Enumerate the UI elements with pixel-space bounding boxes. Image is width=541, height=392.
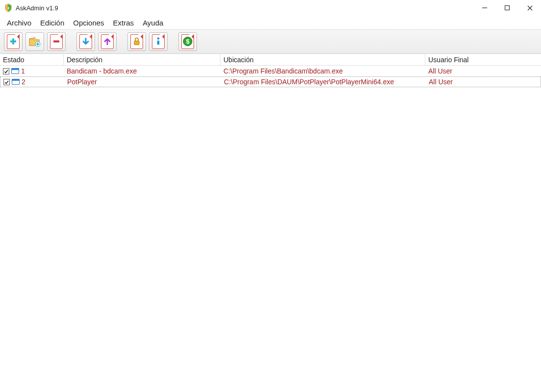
info-button[interactable] [149, 32, 168, 51]
dollar-icon: $ [181, 34, 194, 49]
close-button[interactable] [518, 0, 541, 16]
remove-icon [50, 34, 63, 49]
row-user: All User [429, 78, 453, 86]
table-row[interactable]: 1 Bandicam - bdcam.exe C:\Program Files\… [0, 66, 541, 76]
menu-archivo[interactable]: Archivo [3, 18, 35, 28]
row-location: C:\Program Files\Bandicam\bdcam.exe [223, 67, 343, 75]
svg-rect-13 [157, 40, 159, 45]
row-index: 2 [22, 78, 25, 86]
row-description: PotPlayer [67, 78, 97, 86]
add-file-icon [7, 34, 20, 49]
app-window-icon [11, 68, 19, 74]
column-header-estado[interactable]: Estado [0, 54, 64, 65]
donate-button[interactable]: $ [178, 32, 197, 51]
row-user: All User [428, 67, 452, 75]
menu-edicion[interactable]: Edición [36, 18, 68, 28]
lock-button[interactable] [127, 32, 146, 51]
toolbar: $ [0, 29, 541, 54]
menu-extras[interactable]: Extras [109, 18, 138, 28]
title-bar: AskAdmin v1.9 [0, 0, 541, 16]
import-button[interactable] [76, 32, 95, 51]
row-location: C:\Program Files\DAUM\PotPlayer\PotPlaye… [224, 78, 394, 86]
svg-rect-11 [134, 41, 139, 45]
svg-text:$: $ [186, 38, 190, 45]
list-body: 1 Bandicam - bdcam.exe C:\Program Files\… [0, 66, 541, 87]
svg-rect-2 [505, 6, 510, 10]
add-folder-button[interactable] [25, 32, 44, 51]
svg-point-12 [157, 37, 160, 40]
list-header: Estado Descripción Ubicación Usuario Fin… [0, 54, 541, 66]
app-icon [4, 3, 13, 12]
svg-rect-0 [8, 7, 9, 9]
info-icon [152, 34, 165, 49]
window-controls [473, 0, 541, 16]
menu-ayuda[interactable]: Ayuda [139, 18, 167, 28]
add-folder-icon [28, 34, 42, 49]
column-header-usuario-final[interactable]: Usuario Final [425, 54, 541, 65]
window-title: AskAdmin v1.9 [16, 4, 58, 12]
minimize-button[interactable] [473, 0, 496, 16]
table-row[interactable]: 2 PotPlayer C:\Program Files\DAUM\PotPla… [0, 76, 541, 87]
menu-opciones[interactable]: Opciones [69, 18, 108, 28]
arrow-up-icon [101, 34, 114, 49]
export-button[interactable] [98, 32, 117, 51]
remove-button[interactable] [47, 32, 66, 51]
column-header-ubicacion[interactable]: Ubicación [221, 54, 425, 65]
lock-icon [130, 34, 143, 49]
column-header-descripcion[interactable]: Descripción [64, 54, 221, 65]
arrow-down-icon [79, 34, 92, 49]
checkbox[interactable] [3, 68, 9, 74]
add-file-button[interactable] [4, 32, 23, 51]
app-window-icon [12, 79, 20, 85]
checkbox[interactable] [3, 79, 10, 85]
row-index: 1 [21, 67, 25, 75]
maximize-button[interactable] [496, 0, 518, 16]
menu-bar: Archivo Edición Opciones Extras Ayuda [0, 16, 541, 29]
row-description: Bandicam - bdcam.exe [67, 67, 137, 75]
